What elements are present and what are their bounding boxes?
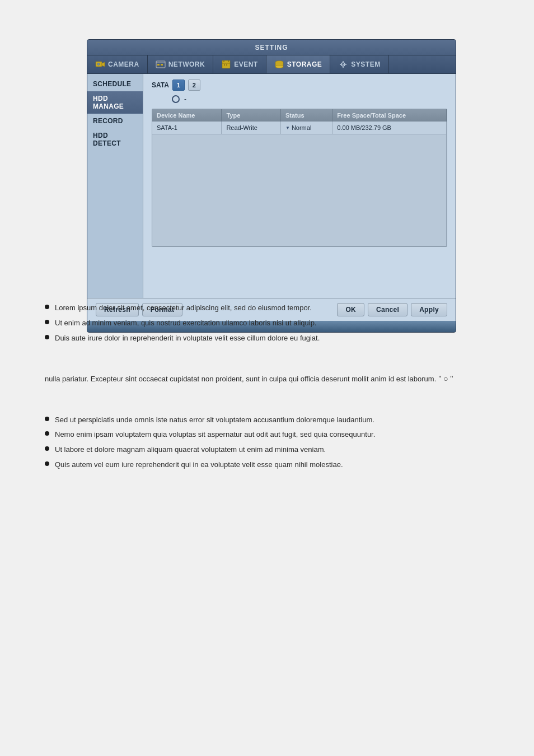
dialog-title: SETTING [255, 44, 288, 52]
sata-btn-2[interactable]: 2 [188, 80, 200, 91]
col-type: Type [222, 109, 281, 122]
bullet-text-7: Quis autem vel eum iure reprehenderit qu… [55, 459, 343, 471]
empty-rows [152, 134, 447, 246]
tab-camera[interactable]: CAMERA [87, 55, 148, 73]
storage-icon [274, 60, 284, 69]
bullet-dot [45, 305, 49, 309]
bullet-dot [45, 461, 49, 466]
bullet-text-5: Nemo enim ipsam voluptatem quia voluptas… [55, 429, 375, 441]
cell-device-name: SATA-1 [152, 122, 222, 134]
table-header-row: Device Name Type Status Free Space/Total… [152, 109, 447, 122]
sata-label: SATA [152, 81, 169, 89]
tab-event[interactable]: EVENT [213, 55, 266, 73]
bullet-dot [45, 446, 49, 451]
section-gap [34, 355, 498, 372]
sidebar: SCHEDULE HDD MANAGE RECORD HDD DETECT [87, 74, 143, 298]
title-bar: SETTING [87, 40, 456, 55]
content-area: SCHEDULE HDD MANAGE RECORD HDD DETECT SA… [87, 74, 456, 298]
bullet-item-5: Nemo enim ipsam voluptatem quia voluptas… [34, 429, 498, 441]
below-content: Lorem ipsum dolor sit amet, consectetur … [34, 291, 498, 482]
nav-tabs: CAMERA NETWORK [87, 55, 456, 74]
svg-rect-5 [157, 64, 160, 66]
svg-rect-11 [224, 64, 225, 66]
sidebar-item-schedule[interactable]: SCHEDULE [87, 77, 143, 91]
bullet-item-7: Quis autem vel eum iure reprehenderit qu… [34, 459, 498, 471]
bullet-section-1: Lorem ipsum dolor sit amet, consectetur … [34, 302, 498, 344]
svg-rect-12 [226, 64, 227, 66]
bullet-text-1: Lorem ipsum dolor sit amet, consectetur … [55, 302, 312, 314]
dropdown-arrow-icon: ▼ [285, 125, 290, 130]
sata-status-row: - [172, 95, 447, 103]
bullet-item-3: Duis aute irure dolor in reprehenderit i… [34, 333, 498, 344]
sidebar-item-hdd-manage[interactable]: HDD MANAGE [87, 91, 143, 114]
tab-system-label: SYSTEM [351, 60, 380, 68]
status-circle [172, 95, 180, 103]
tab-system[interactable]: SYSTEM [330, 55, 388, 73]
bullet-dot [45, 431, 49, 436]
svg-rect-6 [161, 64, 163, 66]
sata-btn-1[interactable]: 1 [172, 80, 185, 91]
event-icon [221, 60, 231, 69]
system-icon [338, 60, 348, 69]
status-dropdown[interactable]: ▼ Normal [285, 124, 327, 131]
tab-network-label: NETWORK [168, 60, 205, 68]
bullet-dot [45, 320, 49, 324]
section-gap-2 [34, 386, 498, 403]
svg-point-14 [275, 66, 283, 68]
sidebar-item-hdd-detect[interactable]: HDD DETECT [87, 128, 143, 151]
bullet-dot [45, 417, 49, 421]
tab-storage[interactable]: STORAGE [266, 55, 331, 73]
camera-icon [95, 60, 105, 69]
settings-dialog: SETTING CAMERA [87, 39, 456, 333]
page-container: SETTING CAMERA [0, 0, 534, 756]
table-row[interactable]: SATA-1 Read-Write ▼ Normal [152, 122, 447, 134]
hdd-table-container: Device Name Type Status Free Space/Total… [152, 109, 447, 247]
cell-status: ▼ Normal [280, 122, 332, 134]
note-text: nulla pariatur. Excepteur sint occaecat … [45, 375, 453, 383]
col-device-name: Device Name [152, 109, 222, 122]
tab-camera-label: CAMERA [108, 60, 139, 68]
hdd-table: Device Name Type Status Free Space/Total… [152, 109, 447, 246]
bullet-item-1: Lorem ipsum dolor sit amet, consectetur … [34, 302, 498, 314]
main-panel: SATA 1 2 - [143, 74, 456, 298]
tab-storage-label: STORAGE [287, 60, 322, 68]
bullet-text-6: Ut labore et dolore magnam aliquam quaer… [55, 444, 326, 456]
svg-point-16 [343, 64, 344, 65]
col-status: Status [280, 109, 332, 122]
tab-event-label: EVENT [234, 60, 258, 68]
tab-network[interactable]: NETWORK [148, 55, 214, 73]
svg-marker-1 [102, 62, 105, 67]
bullet-text-3: Duis aute irure dolor in reprehenderit i… [55, 333, 320, 344]
cell-free-total: 0.00 MB/232.79 GB [332, 122, 447, 134]
col-free-space: Free Space/Total Space [332, 109, 447, 122]
cell-type: Read-Write [222, 122, 281, 134]
bullet-dot [45, 335, 49, 339]
sata-selector: SATA 1 2 [152, 80, 447, 91]
circle-symbol: " ○ " [438, 375, 453, 383]
bullet-text-4: Sed ut perspiciatis unde omnis iste natu… [55, 414, 374, 426]
network-icon [156, 60, 166, 69]
sidebar-item-record[interactable]: RECORD [87, 114, 143, 128]
note-paragraph: nulla pariatur. Excepteur sint occaecat … [34, 372, 498, 386]
bullet-item-4: Sed ut perspiciatis unde omnis iste natu… [34, 414, 498, 426]
bullet-text-2: Ut enim ad minim veniam, quis nostrud ex… [55, 318, 317, 329]
bullet-item-6: Ut labore et dolore magnam aliquam quaer… [34, 444, 498, 456]
bullet-item-2: Ut enim ad minim veniam, quis nostrud ex… [34, 318, 498, 329]
bullet-section-2: Sed ut perspiciatis unde omnis iste natu… [34, 414, 498, 471]
svg-point-2 [97, 63, 100, 66]
status-dash: - [184, 95, 186, 103]
